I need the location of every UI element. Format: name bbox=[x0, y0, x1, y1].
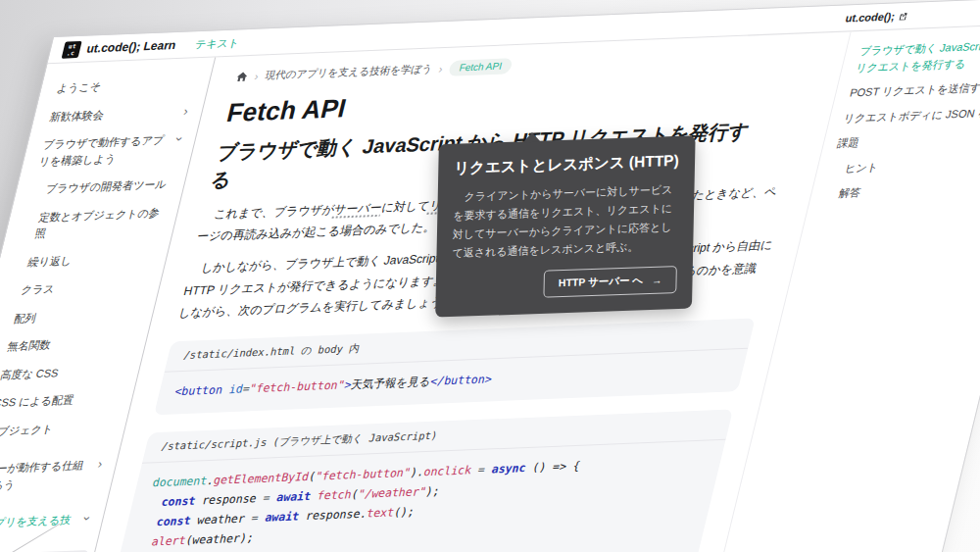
text-part: に対して bbox=[380, 199, 431, 215]
sidebar-item[interactable]: 繰り返し bbox=[4, 243, 164, 276]
sidebar-item[interactable]: サーバーが動作する仕組みを知ろう› bbox=[0, 451, 113, 500]
toc-item[interactable]: POST リクエストを送信する bbox=[848, 76, 980, 101]
sidebar-item-label: 配列 bbox=[13, 305, 141, 326]
tooltip-link-button[interactable]: HTTP サーバー へ → bbox=[544, 266, 677, 298]
nav-external-link[interactable]: ut.code(); bbox=[845, 10, 909, 25]
arrow-right-icon: → bbox=[652, 275, 662, 286]
toc-item[interactable]: ヒント bbox=[829, 153, 980, 177]
sidebar-item-label: 無名関数 bbox=[6, 333, 134, 355]
sidebar-item-label: CSS による配置 bbox=[0, 390, 121, 412]
sidebar-item[interactable]: クラス bbox=[0, 272, 157, 304]
breadcrumb-current-pill: Fetch API bbox=[448, 58, 514, 76]
sidebar-item-label: 現代のアプリを支える技術を学ぼう bbox=[0, 511, 80, 549]
tooltip-body: クライアントからサーバーに対しサービスを要求する通信をリクエスト、リクエストに対… bbox=[452, 180, 678, 262]
tooltip-title: リクエストとレスポンス (HTTP) bbox=[454, 150, 679, 180]
toc-item[interactable]: 課題 bbox=[836, 127, 980, 152]
sidebar-item-label: 高度な CSS bbox=[0, 362, 127, 383]
sidebar-item[interactable]: ようこそ bbox=[46, 70, 206, 102]
toc-item[interactable]: 解答 bbox=[823, 177, 980, 202]
site-title[interactable]: ut.code(); Learn bbox=[85, 38, 177, 56]
chevron-right-icon[interactable]: › bbox=[182, 103, 190, 119]
sidebar-item[interactable]: 定数とオブジェクトの参照 bbox=[11, 199, 174, 248]
code-block-html: /static/index.html の body 内 <button id="… bbox=[154, 318, 756, 415]
toc-item[interactable]: リクエストボディに JSON を使用する bbox=[842, 102, 980, 126]
chevron-down-icon[interactable]: › bbox=[172, 136, 188, 141]
breadcrumb-separator: › bbox=[254, 71, 261, 82]
sidebar-item-label: サーバーが動作する仕組みを知ろう bbox=[0, 457, 94, 495]
external-link-icon bbox=[898, 11, 908, 20]
sidebar-item[interactable]: 配列 bbox=[0, 300, 150, 332]
utcode-logo-icon[interactable]: ut.c bbox=[62, 40, 82, 58]
sidebar-item[interactable]: 無名関数 bbox=[0, 328, 143, 361]
sidebar-item[interactable]: ブラウザで動作するアプリを構築しよう› bbox=[28, 125, 192, 175]
breadcrumb-section[interactable]: 現代のアプリを支える技術を学ぼう bbox=[264, 62, 434, 82]
chevron-down-icon[interactable]: › bbox=[78, 516, 95, 521]
nav-link-text[interactable]: テキスト bbox=[194, 35, 242, 52]
sidebar-item[interactable]: 新歓体験会› bbox=[39, 98, 199, 130]
glossary-tooltip: リクエストとレスポンス (HTTP) クライアントからサーバーに対しサービスを要… bbox=[435, 135, 695, 318]
sidebar-item-label: 繰り返し bbox=[26, 249, 155, 271]
breadcrumb-separator: › bbox=[438, 63, 445, 75]
nav-external-label: ut.code(); bbox=[845, 10, 897, 24]
sidebar-item[interactable]: 高度な CSS bbox=[0, 356, 136, 388]
sidebar-item-label: ブラウザの開発者ツール bbox=[44, 176, 172, 197]
code-block-js: /static/script.js (ブラウザ上で動く JavaScript) … bbox=[112, 410, 733, 552]
sidebar-item-label: 定数とオブジェクトの参照 bbox=[33, 204, 166, 241]
sidebar-item-label: クラス bbox=[20, 276, 148, 298]
sidebar-item[interactable]: ブラウザの開発者ツール bbox=[22, 171, 181, 203]
sidebar-item-label: ブラウザで動作するアプリを構築しよう bbox=[37, 131, 173, 170]
home-icon[interactable] bbox=[235, 71, 250, 83]
page-layout: ようこそ新歓体験会›ブラウザで動作するアプリを構築しよう›ブラウザの開発者ツール… bbox=[0, 23, 980, 552]
sidebar-item-label: オブジェクト bbox=[0, 418, 114, 439]
sidebar-item-label: ようこそ bbox=[55, 75, 197, 96]
text-part: これまで、ブラウザが bbox=[213, 203, 336, 222]
term-link[interactable]: サーバー bbox=[332, 201, 383, 217]
tooltip-link-label: HTTP サーバー へ bbox=[559, 274, 644, 290]
toc-item[interactable]: ブラウザで動く JavaScript から HTTP リクエストを発行する bbox=[855, 35, 980, 75]
sidebar-item-label: 新歓体験会 bbox=[48, 103, 180, 125]
chevron-right-icon[interactable]: › bbox=[96, 456, 104, 472]
sidebar-item[interactable]: CSS による配置 bbox=[0, 384, 129, 417]
sidebar-item[interactable]: オブジェクト bbox=[0, 413, 122, 445]
browser-page: ut.c ut.code(); Learn テキスト ut.code(); よう… bbox=[0, 0, 980, 552]
